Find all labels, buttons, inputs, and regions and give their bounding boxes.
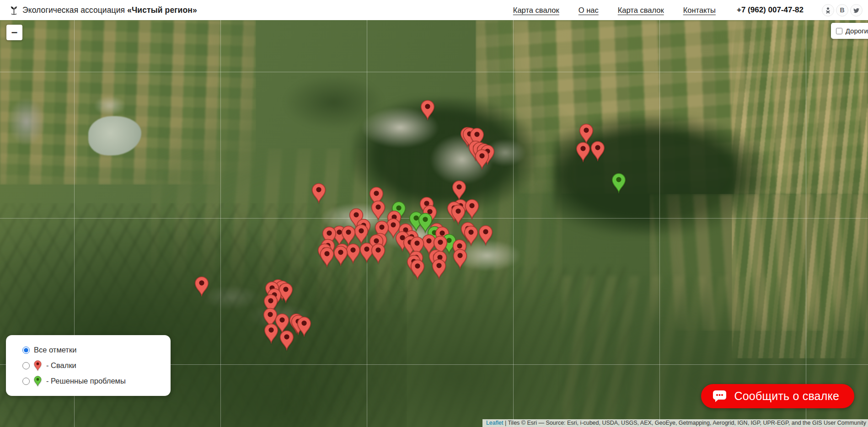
map-marker-red[interactable] <box>590 141 605 162</box>
brand-bold: «Чистый регион» <box>127 5 197 15</box>
main-nav: Карта свалок О нас Карта свалок Контакты <box>513 6 716 15</box>
map-marker-green[interactable] <box>611 173 626 194</box>
roads-label: Дороги <box>846 27 868 35</box>
radio-all-marks[interactable] <box>22 347 30 354</box>
map-marker-red[interactable] <box>371 200 386 221</box>
nav-link-map-1[interactable]: Карта свалок <box>513 6 559 15</box>
graticule-vertical <box>220 20 221 427</box>
leaflet-link[interactable]: Leaflet <box>486 420 504 426</box>
legend-label-solved: - Решенные проблемы <box>46 377 126 385</box>
roads-checkbox[interactable] <box>836 28 842 34</box>
nav-link-map-2[interactable]: Карта свалок <box>618 6 664 15</box>
satellite-city-west <box>8 98 45 146</box>
map-canvas[interactable]: − Дороги Все отметки - Свалки - Решенные… <box>0 20 868 427</box>
map-marker-red[interactable] <box>410 259 425 280</box>
vk-icon[interactable]: B <box>836 4 848 16</box>
map-marker-red[interactable] <box>311 183 326 204</box>
map-marker-red[interactable] <box>432 259 446 280</box>
report-dump-button[interactable]: Сообщить о свалке <box>701 384 855 408</box>
legend-panel: Все отметки - Свалки - Решенные проблемы <box>6 335 171 396</box>
graticule-vertical <box>806 20 806 427</box>
map-marker-red[interactable] <box>452 180 466 201</box>
tiles-credit: | Tiles © Esri — Source: Esri, i-cubed, … <box>503 420 866 426</box>
satellite-fields-topleft <box>0 20 256 185</box>
graticule-horizontal <box>0 72 868 72</box>
map-marker-red[interactable] <box>475 149 489 170</box>
odnoklassniki-icon[interactable] <box>822 4 834 16</box>
map-marker-red[interactable] <box>420 100 435 121</box>
satellite-strip-fields-right <box>732 20 868 358</box>
map-marker-red[interactable] <box>465 199 479 220</box>
satellite-lake <box>88 116 141 155</box>
satellite-fields-topright <box>476 20 868 194</box>
report-button-label: Сообщить о свалке <box>734 390 840 403</box>
graticule-vertical <box>659 20 660 427</box>
chat-bubble-icon <box>713 390 727 402</box>
roads-layer-option[interactable]: Дороги <box>836 27 868 35</box>
brand-title: Экологическая ассоциация «Чистый регион» <box>22 5 197 15</box>
twitter-icon[interactable] <box>850 4 863 16</box>
radio-dumps[interactable] <box>22 362 30 369</box>
attribution: Leaflet | Tiles © Esri — Source: Esri, i… <box>482 419 868 427</box>
nav-link-contacts[interactable]: Контакты <box>683 6 716 15</box>
map-marker-red[interactable] <box>478 225 493 246</box>
legend-label-dumps: - Свалки <box>46 361 76 370</box>
social-links: B <box>822 4 863 16</box>
brand[interactable]: Экологическая ассоциация «Чистый регион» <box>9 5 197 15</box>
nav-link-about[interactable]: О нас <box>579 6 599 15</box>
map-marker-red[interactable] <box>453 249 467 270</box>
graticule-vertical <box>513 20 514 427</box>
sprout-logo-icon <box>9 5 19 15</box>
map-marker-red[interactable] <box>264 323 279 344</box>
phone-number[interactable]: +7 (962) 007-47-82 <box>737 5 804 15</box>
layers-control: Дороги <box>831 23 868 39</box>
satellite-mountains-south <box>284 267 631 427</box>
map-marker-red[interactable] <box>297 316 311 337</box>
legend-option-all[interactable]: Все отметки <box>22 344 171 356</box>
top-header: Экологическая ассоциация «Чистый регион»… <box>0 0 868 20</box>
satellite-forest-small <box>284 75 384 130</box>
satellite-fields-southeast <box>649 194 868 331</box>
map-marker-red[interactable] <box>194 276 209 297</box>
map-marker-red[interactable] <box>576 142 590 163</box>
red-pin-icon <box>34 360 42 371</box>
legend-option-solved[interactable]: - Решенные проблемы <box>22 375 171 387</box>
map-marker-red[interactable] <box>320 247 334 268</box>
zoom-out-button[interactable]: − <box>6 25 22 40</box>
legend-option-dumps[interactable]: - Свалки <box>22 360 171 372</box>
green-pin-icon <box>34 376 42 387</box>
map-marker-red[interactable] <box>279 330 294 351</box>
legend-label-all: Все отметки <box>34 346 76 354</box>
map-marker-red[interactable] <box>333 246 348 267</box>
map-marker-red[interactable] <box>371 243 386 264</box>
radio-solved[interactable] <box>22 378 30 385</box>
brand-prefix: Экологическая ассоциация <box>22 5 125 15</box>
vk-letter: B <box>840 6 844 14</box>
